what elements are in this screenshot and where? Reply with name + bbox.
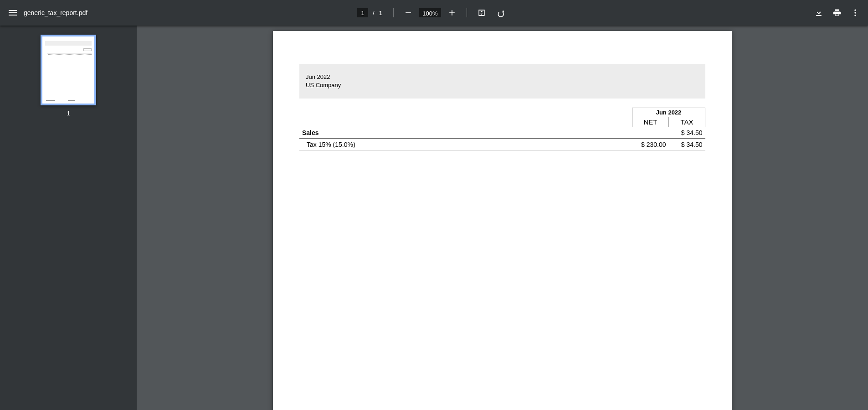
- thumbnail-label: 1: [67, 110, 70, 117]
- minus-icon: [404, 8, 413, 17]
- print-button[interactable]: [828, 4, 846, 22]
- more-vert-icon: [851, 8, 860, 17]
- row-label: Sales: [299, 127, 632, 139]
- thumbnail-preview[interactable]: [41, 35, 96, 105]
- report-table: Jun 2022 NET TAX Sales $ 34.50: [299, 108, 705, 151]
- page-1: Jun 2022 US Company Jun 2022: [273, 31, 732, 410]
- toolbar: generic_tax_report.pdf / 1 100%: [0, 0, 868, 26]
- row-net: $ 230.00: [632, 139, 669, 151]
- fit-page-button[interactable]: [473, 4, 491, 22]
- body: 1 Jun 2022 US Company: [0, 26, 868, 410]
- svg-point-1: [854, 12, 856, 13]
- thumbnail-sidebar: 1: [0, 26, 137, 410]
- rotate-icon: [497, 8, 506, 17]
- table-row: Tax 15% (15.0%) $ 230.00 $ 34.50: [299, 139, 705, 151]
- page-total: 1: [379, 10, 388, 16]
- print-icon: [832, 8, 842, 17]
- row-net: [632, 127, 669, 139]
- fit-page-icon: [477, 8, 486, 17]
- download-icon: [814, 8, 823, 17]
- zoom-in-button[interactable]: [443, 4, 461, 22]
- report-period: Jun 2022: [306, 73, 699, 81]
- document-viewer[interactable]: Jun 2022 US Company Jun 2022: [137, 26, 868, 410]
- zoom-out-button[interactable]: [399, 4, 417, 22]
- svg-point-2: [854, 15, 856, 16]
- report-header: Jun 2022 US Company: [299, 64, 705, 99]
- table-period-header: Jun 2022: [632, 108, 705, 117]
- file-name: generic_tax_report.pdf: [24, 9, 87, 16]
- rotate-button[interactable]: [493, 4, 511, 22]
- menu-button[interactable]: [4, 4, 22, 22]
- row-label: Tax 15% (15.0%): [299, 139, 632, 151]
- row-tax: $ 34.50: [669, 127, 705, 139]
- row-tax: $ 34.50: [669, 139, 705, 151]
- col-header-tax: TAX: [669, 117, 705, 127]
- table-row: Sales $ 34.50: [299, 127, 705, 139]
- plus-icon: [447, 8, 457, 17]
- report-company: US Company: [306, 81, 699, 89]
- zoom-level[interactable]: 100%: [419, 8, 441, 17]
- svg-point-0: [854, 10, 856, 11]
- thumbnail-item[interactable]: 1: [41, 35, 96, 117]
- download-button[interactable]: [810, 4, 828, 22]
- page-number-input[interactable]: [357, 8, 368, 17]
- hamburger-icon: [7, 7, 18, 18]
- toolbar-divider: [467, 8, 467, 17]
- page-separator: /: [370, 10, 377, 16]
- toolbar-divider: [393, 8, 394, 17]
- col-header-net: NET: [632, 117, 669, 127]
- more-actions-button[interactable]: [846, 4, 864, 22]
